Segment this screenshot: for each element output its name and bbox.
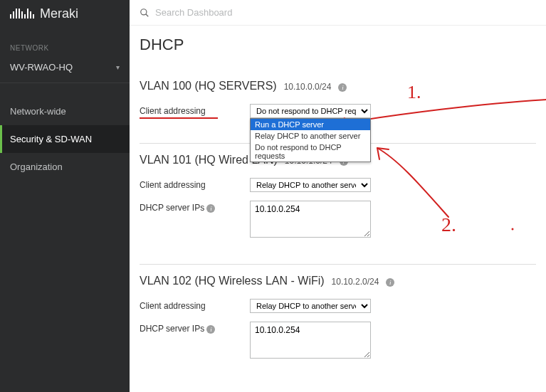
main: DHCP VLAN 100 (HQ SERVERS) 10.10.0.0/24 … — [130, 0, 546, 392]
client-addressing-label: Client addressing — [140, 178, 250, 190]
vlan-title: VLAN 100 (HQ SERVERS) — [140, 80, 277, 92]
vlan-section: VLAN 102 (HQ Wireless LAN - WiFi) 10.10.… — [140, 265, 536, 385]
dropdown-option-run-dhcp[interactable]: Run a DHCP server — [251, 119, 370, 130]
dhcp-server-ips-input[interactable] — [250, 322, 371, 359]
dropdown-option-no-respond[interactable]: Do not respond to DHCP requests — [251, 142, 370, 161]
nav-item-network-wide[interactable]: Network-wide — [0, 97, 130, 125]
vlan-subnet: 10.10.2.0/24 — [332, 277, 379, 287]
search-bar — [130, 0, 546, 26]
caret-down-icon: ▾ — [116, 63, 120, 71]
dhcp-server-ips-label: DHCP server IPs i — [140, 322, 250, 334]
dhcp-server-ips-label: DHCP server IPs i — [140, 201, 250, 213]
nav: Network-wide Security & SD-WAN Organizat… — [0, 97, 130, 181]
vlan-subnet: 10.10.0.0/24 — [284, 82, 332, 92]
nav-item-organization[interactable]: Organization — [0, 153, 130, 181]
svg-line-1 — [146, 14, 149, 16]
client-addressing-select[interactable]: Relay DHCP to another server — [250, 299, 371, 313]
cisco-bars-icon — [10, 9, 34, 18]
client-addressing-select[interactable]: Do not respond to DHCP requests — [250, 104, 371, 118]
info-icon[interactable]: i — [386, 278, 394, 287]
network-selector[interactable]: WV-RWAO-HQ ▾ — [0, 56, 130, 83]
brand-meraki-text: Meraki — [40, 7, 78, 20]
brand-logo: CISCO Meraki — [0, 0, 130, 31]
dropdown-option-relay[interactable]: Relay DHCP to another server — [251, 130, 370, 142]
search-input[interactable] — [155, 7, 536, 18]
vlan-title: VLAN 102 (HQ Wireless LAN - WiFi) — [140, 275, 325, 287]
vlan-section: VLAN 100 (HQ SERVERS) 10.10.0.0/24 i Cli… — [140, 70, 536, 144]
info-icon[interactable]: i — [206, 204, 215, 213]
nav-item-security-sdwan[interactable]: Security & SD-WAN — [0, 125, 130, 153]
client-addressing-label: Client addressing — [140, 104, 218, 119]
client-addressing-label: Client addressing — [140, 299, 250, 311]
info-icon[interactable]: i — [206, 325, 215, 334]
info-icon[interactable]: i — [338, 83, 347, 92]
content: DHCP VLAN 100 (HQ SERVERS) 10.10.0.0/24 … — [130, 26, 546, 385]
client-addressing-dropdown: Run a DHCP server Relay DHCP to another … — [250, 118, 371, 162]
svg-point-0 — [141, 9, 147, 14]
search-icon — [140, 8, 149, 18]
client-addressing-select[interactable]: Relay DHCP to another server — [250, 178, 371, 192]
network-value: WV-RWAO-HQ — [10, 62, 73, 73]
page-title: DHCP — [140, 36, 536, 54]
sidebar: CISCO Meraki NETWORK WV-RWAO-HQ ▾ Networ… — [0, 0, 130, 392]
network-label: NETWORK — [0, 31, 130, 56]
dhcp-server-ips-input[interactable] — [250, 201, 371, 238]
